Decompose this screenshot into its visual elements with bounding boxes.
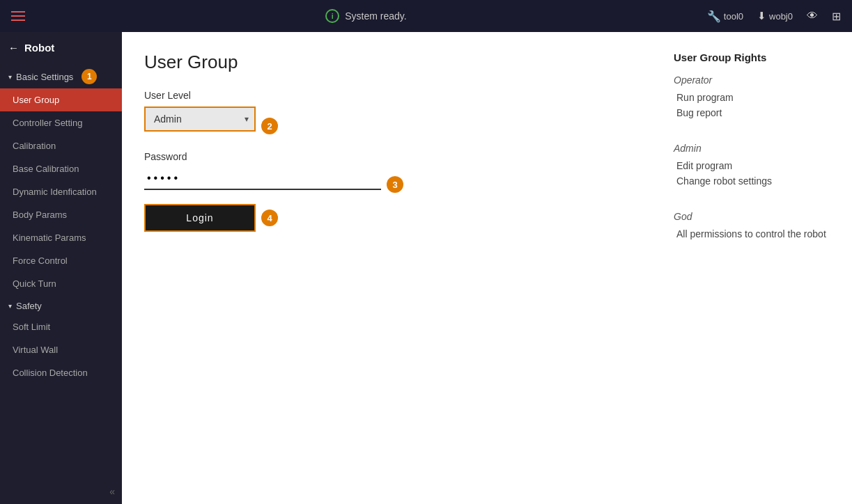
divider-1	[674, 120, 835, 132]
robot-label: Robot	[24, 42, 54, 54]
collapse-button[interactable]: «	[0, 479, 122, 504]
god-group-label: God	[674, 211, 835, 222]
step-badge-3: 3	[387, 176, 403, 193]
topbar-center: i System ready.	[325, 9, 406, 23]
basic-settings-badge: 1	[82, 69, 97, 84]
wobj-item[interactable]: ⬇ wobj0	[757, 10, 793, 22]
password-input[interactable]	[144, 168, 381, 190]
content-area: User Group User Level Operator Admin God…	[122, 32, 657, 504]
login-button[interactable]: Login	[144, 204, 256, 232]
wobj-label: wobj0	[769, 11, 793, 22]
sidebar-item-dynamic-identification[interactable]: Dynamic Idenfication	[0, 180, 122, 203]
rights-panel: User Group Rights Operator Run program B…	[657, 32, 852, 504]
sidebar-item-force-control[interactable]: Force Control	[0, 249, 122, 272]
menu-icon[interactable]	[11, 11, 25, 21]
grid-item[interactable]: ⊞	[832, 10, 841, 23]
topbar-right: 🔧 tool0 ⬇ wobj0 👁 ⊞	[707, 10, 841, 23]
rights-bug-report: Bug report	[674, 105, 835, 120]
password-section: Password 3	[144, 151, 635, 201]
back-arrow-icon: ←	[8, 42, 19, 54]
topbar: i System ready. 🔧 tool0 ⬇ wobj0 👁 ⊞	[0, 0, 852, 32]
sidebar-item-collision-detection[interactable]: Collision Detection	[0, 361, 122, 384]
wrench-icon: 🔧	[707, 10, 721, 23]
password-row: 3	[144, 168, 635, 201]
admin-group-label: Admin	[674, 143, 835, 154]
main-layout: ← Robot ▾ Basic Settings 1 User Group Co…	[0, 32, 852, 504]
basic-settings-label: Basic Settings	[16, 72, 73, 82]
topbar-left	[11, 11, 25, 21]
password-label: Password	[144, 151, 635, 162]
download-icon: ⬇	[757, 10, 766, 22]
tool-item[interactable]: 🔧 tool0	[707, 10, 743, 23]
rights-run-program: Run program	[674, 90, 835, 105]
step-badge-4: 4	[261, 210, 278, 226]
safety-label: Safety	[16, 301, 42, 311]
user-level-select[interactable]: Operator Admin God	[144, 107, 256, 132]
rights-change-robot-settings: Change robot settings	[674, 173, 835, 189]
chevron-down-icon-safety: ▾	[8, 302, 12, 310]
sidebar: ← Robot ▾ Basic Settings 1 User Group Co…	[0, 32, 122, 504]
login-row: Login 4	[144, 204, 635, 232]
rights-edit-program: Edit program	[674, 158, 835, 173]
status-text: System ready.	[345, 10, 406, 22]
chevron-down-icon: ▾	[8, 73, 12, 81]
status-icon: i	[325, 9, 339, 23]
sidebar-item-virtual-wall[interactable]: Virtual Wall	[0, 338, 122, 361]
rights-title: User Group Rights	[674, 52, 835, 63]
safety-section[interactable]: ▾ Safety	[0, 295, 122, 315]
sidebar-item-controller-setting[interactable]: Controller Setting	[0, 111, 122, 134]
sidebar-item-quick-turn[interactable]: Quick Turn	[0, 272, 122, 295]
sidebar-item-kinematic-params[interactable]: Kinematic Params	[0, 226, 122, 249]
tool-label: tool0	[724, 11, 743, 22]
sidebar-item-base-calibration[interactable]: Base Calibration	[0, 157, 122, 180]
operator-group-label: Operator	[674, 74, 835, 86]
sidebar-item-user-group[interactable]: User Group	[0, 88, 122, 111]
rights-all-permissions: All permissions to control the robot	[674, 226, 835, 242]
sidebar-item-soft-limit[interactable]: Soft Limit	[0, 315, 122, 338]
user-level-section: User Level Operator Admin God ▾ 2	[144, 90, 635, 145]
grid-icon: ⊞	[832, 10, 841, 23]
user-level-label: User Level	[144, 90, 635, 101]
step-badge-2: 2	[261, 118, 278, 134]
eye-icon: 👁	[807, 10, 818, 22]
page-title: User Group	[144, 52, 635, 73]
user-level-row: Operator Admin God ▾ 2	[144, 107, 635, 145]
eye-item[interactable]: 👁	[807, 10, 818, 22]
divider-2	[674, 189, 835, 200]
sidebar-item-body-params[interactable]: Body Params	[0, 203, 122, 226]
user-level-dropdown-wrapper: Operator Admin God ▾	[144, 107, 256, 132]
basic-settings-section[interactable]: ▾ Basic Settings 1	[0, 63, 122, 88]
sidebar-item-calibration[interactable]: Calibration	[0, 134, 122, 157]
robot-header[interactable]: ← Robot	[0, 32, 122, 63]
